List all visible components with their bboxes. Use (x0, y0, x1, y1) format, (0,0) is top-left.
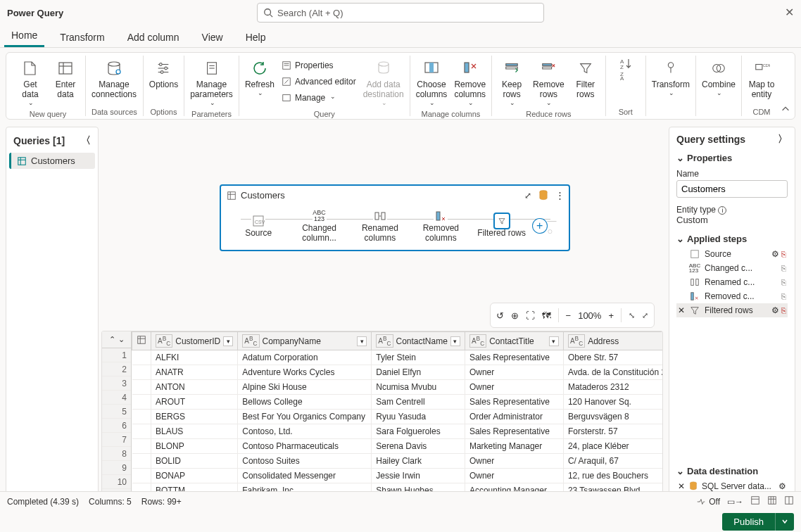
cell[interactable]: BONAP (151, 469, 238, 483)
cell[interactable]: Owner (465, 454, 563, 469)
table-row[interactable]: ANATRAdventure Works CyclesDaniel ElfynO… (132, 365, 663, 380)
table-row[interactable]: AROUTBellows CollegeSam CentrellSales Re… (132, 395, 663, 410)
map-to-entity-button[interactable]: CDMMap to entity (748, 57, 776, 99)
cell[interactable]: Adatum Corporation (238, 350, 372, 365)
cell[interactable]: BERGS (151, 410, 238, 424)
cell[interactable]: Serena Davis (372, 439, 465, 454)
step-changed-column[interactable]: ABC123Changed column... (289, 209, 349, 243)
collapse-grid-button[interactable]: ⌃ (109, 335, 115, 344)
link-icon[interactable]: ⎘ (781, 306, 786, 315)
step-toggle[interactable]: Off (696, 497, 720, 507)
publish-dropdown[interactable] (775, 513, 794, 531)
gear-icon[interactable]: ⚙ (771, 305, 779, 315)
table-row[interactable]: BOLIDContoso SuitesHailey ClarkOwnerC/ A… (132, 454, 663, 469)
step-source[interactable]: CSVSource (228, 214, 289, 238)
cell[interactable]: Ryuu Yasuda (372, 410, 465, 424)
refresh-button[interactable]: Refresh (245, 57, 275, 99)
table-row[interactable]: BLAUSContoso, Ltd.Sara FolguerolesSales … (132, 424, 663, 439)
step-removed-columns[interactable]: Removed columns (410, 209, 471, 243)
cell[interactable]: Jessie Irwin (372, 469, 465, 483)
applied-steps-section[interactable]: ⌄Applied steps (676, 234, 788, 244)
fit-button[interactable]: ⛶ (526, 310, 535, 321)
choose-columns-button[interactable]: Choose columns (416, 57, 448, 109)
cell[interactable]: 24, place Kléber (563, 439, 662, 454)
applied-step[interactable]: Renamed c...⎘ (676, 275, 788, 289)
tab-transform[interactable]: Transform (53, 27, 111, 47)
link-icon[interactable]: ⎘ (781, 250, 786, 258)
cell[interactable]: Adventure Works Cycles (238, 365, 372, 380)
cell[interactable]: Sales Representative (465, 350, 563, 365)
row-number[interactable]: 10 (102, 475, 131, 489)
manage-connections-button[interactable]: Manage connections (92, 57, 137, 99)
split-view-button[interactable] (784, 495, 794, 507)
row-number[interactable]: 4 (102, 391, 131, 405)
row-number[interactable]: 7 (102, 433, 131, 447)
table-row[interactable]: BONAPConsolidated MessengerJessie IrwinO… (132, 469, 663, 483)
row-number[interactable]: 5 (102, 405, 131, 419)
publish-button[interactable]: Publish (722, 513, 775, 531)
cell[interactable]: Alpine Ski House (238, 380, 372, 395)
filter-dropdown[interactable]: ▾ (357, 336, 367, 346)
cell[interactable]: Forsterstr. 57 (563, 424, 662, 439)
tab-view[interactable]: View (195, 27, 230, 47)
row-number[interactable]: 6 (102, 419, 131, 433)
cell[interactable]: ANTON (151, 380, 238, 395)
tab-add-column[interactable]: Add column (120, 27, 187, 47)
column-header-address[interactable]: ABCAddress▾ (563, 332, 662, 350)
query-name-input[interactable] (676, 180, 788, 198)
column-header-customerid[interactable]: ABCCustomerID▾ (151, 332, 238, 350)
cell[interactable]: Contoso Pharmaceuticals (238, 439, 372, 454)
options-button[interactable]: Options (149, 57, 178, 89)
data-view-button[interactable] (767, 495, 777, 507)
gear-icon[interactable]: ⚙ (771, 249, 779, 259)
cell[interactable]: Hailey Clark (372, 454, 465, 469)
gear-icon[interactable]: ⚙ (778, 481, 786, 491)
get-data-button[interactable]: Get data (16, 57, 44, 109)
expand-button[interactable]: ⤢ (642, 311, 648, 320)
cell[interactable]: Order Administrator (465, 410, 563, 424)
applied-step[interactable]: ✕Filtered rows⚙⎘ (676, 303, 788, 317)
minimap-button[interactable]: 🗺 (542, 310, 551, 321)
table-row[interactable]: BLONPContoso PharmaceuticalsSerena Davis… (132, 439, 663, 454)
reset-view-button[interactable]: ↺ (496, 310, 504, 321)
cell[interactable]: Sales Representative (465, 424, 563, 439)
applied-step[interactable]: Source⚙⎘ (676, 247, 788, 261)
collapse-button[interactable]: ⤡ (629, 311, 635, 320)
table-row[interactable]: ALFKIAdatum CorporationTyler SteinSales … (132, 350, 663, 365)
column-header-companyname[interactable]: ABCCompanyName▾ (238, 332, 372, 350)
cell[interactable]: Owner (465, 469, 563, 483)
cell[interactable]: BLONP (151, 439, 238, 454)
column-header-contactname[interactable]: ABCContactName▾ (372, 332, 465, 350)
close-button[interactable]: ✕ (785, 6, 794, 19)
cell[interactable]: Sara Folgueroles (372, 424, 465, 439)
row-number[interactable]: 9 (102, 461, 131, 475)
cell[interactable]: Best For You Organics Company (238, 410, 372, 424)
row-number[interactable]: 1 (102, 348, 131, 362)
data-destination-section[interactable]: ⌄Data destination (676, 466, 788, 476)
link-icon[interactable]: ⎘ (781, 292, 786, 300)
cell[interactable]: AROUT (151, 395, 238, 410)
cell[interactable]: C/ Araquil, 67 (563, 454, 662, 469)
filter-rows-button[interactable]: Filter rows (572, 57, 600, 99)
sort-button[interactable]: AZZA (612, 57, 640, 80)
filter-dropdown[interactable]: ▾ (549, 336, 559, 346)
link-icon[interactable]: ⎘ (781, 278, 786, 286)
step-filtered-rows[interactable]: Filtered rows (472, 214, 532, 238)
cell[interactable]: 120 Hanover Sq. (563, 395, 662, 410)
zoom-out-button[interactable]: − (566, 310, 572, 321)
cell[interactable]: Consolidated Messenger (238, 469, 372, 483)
diagram-more-button[interactable]: ⋮ (555, 190, 565, 201)
info-icon[interactable]: i (718, 206, 726, 215)
add-step-button[interactable]: + (532, 218, 548, 234)
zoom-in-button[interactable]: + (608, 310, 614, 321)
cell[interactable]: Marketing Manager (465, 439, 563, 454)
transform-button[interactable]: Transform (652, 57, 690, 99)
cell[interactable]: Avda. de la Constitución 2222 (563, 365, 662, 380)
cell[interactable]: BOLID (151, 454, 238, 469)
filter-dropdown[interactable]: ▾ (450, 336, 460, 346)
keep-rows-button[interactable]: Keep rows (498, 57, 526, 109)
tab-home[interactable]: Home (4, 25, 44, 47)
row-number[interactable]: 2 (102, 362, 131, 376)
cell[interactable]: Daniel Elfyn (372, 365, 465, 380)
cell[interactable]: BLAUS (151, 424, 238, 439)
